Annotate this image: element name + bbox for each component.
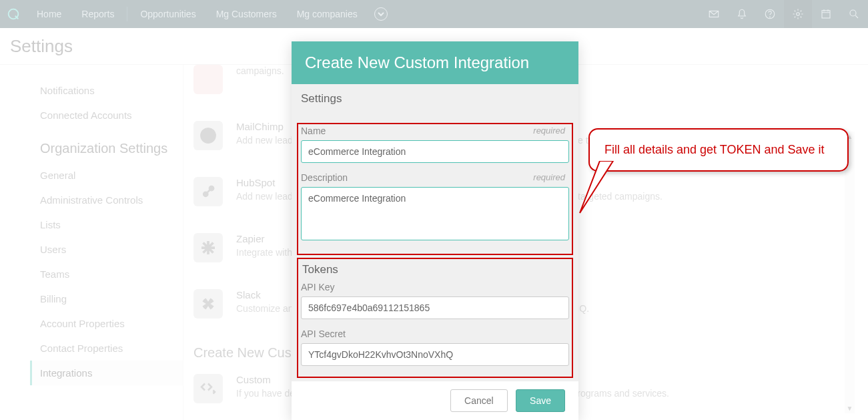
tokens-highlight: Tokens API Key API Secret xyxy=(297,258,573,378)
required-tag: required xyxy=(533,126,565,136)
svg-marker-10 xyxy=(580,161,613,213)
annotation-callout: Fill all details and get TOKEN and Save … xyxy=(588,128,849,172)
save-button[interactable]: Save xyxy=(516,389,565,412)
cancel-button[interactable]: Cancel xyxy=(450,389,508,412)
apisecret-input[interactable] xyxy=(301,343,569,366)
tokens-heading: Tokens xyxy=(302,263,569,276)
required-tag: required xyxy=(533,172,565,182)
description-label: Description xyxy=(301,172,569,183)
callout-text: Fill all details and get TOKEN and Save … xyxy=(604,142,833,158)
apisecret-label: API Secret xyxy=(301,329,569,339)
description-input[interactable] xyxy=(301,187,569,240)
apikey-input[interactable] xyxy=(301,296,569,319)
settings-heading: Settings xyxy=(301,92,569,106)
name-input[interactable] xyxy=(301,140,569,163)
modal-title: Create New Custom Integration xyxy=(292,41,578,84)
create-integration-modal: Create New Custom Integration Settings N… xyxy=(292,41,578,420)
settings-highlight: Name required Description required xyxy=(297,123,573,255)
apikey-label: API Key xyxy=(301,282,569,292)
name-label: Name xyxy=(301,126,569,136)
callout-tail-icon xyxy=(576,161,616,214)
